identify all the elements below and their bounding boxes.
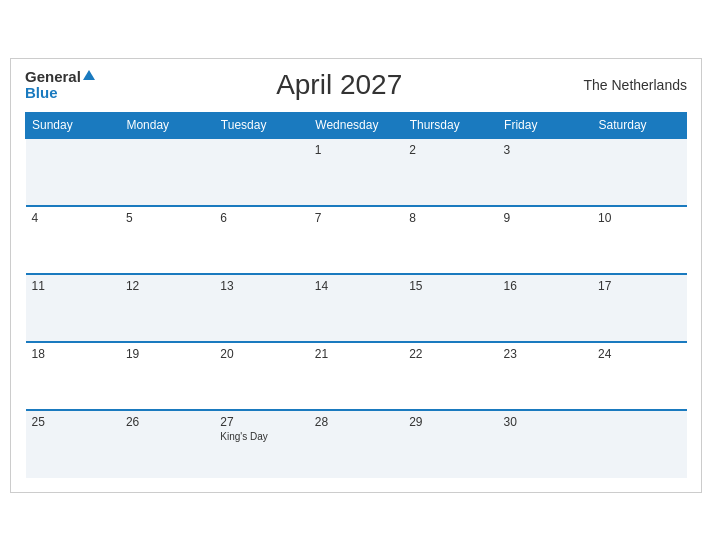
- calendar-cell: [592, 410, 686, 478]
- calendar-cell: 26: [120, 410, 214, 478]
- weekday-header-sunday: Sunday: [26, 112, 120, 138]
- day-number: 3: [504, 143, 586, 157]
- day-number: 17: [598, 279, 680, 293]
- day-number: 2: [409, 143, 491, 157]
- country-label: The Netherlands: [583, 77, 687, 93]
- calendar-cell: 30: [498, 410, 592, 478]
- day-number: 16: [504, 279, 586, 293]
- day-number: 22: [409, 347, 491, 361]
- weekday-header-monday: Monday: [120, 112, 214, 138]
- calendar-cell: 25: [26, 410, 120, 478]
- calendar-cell: 28: [309, 410, 403, 478]
- calendar-cell: 14: [309, 274, 403, 342]
- calendar-cell: 17: [592, 274, 686, 342]
- day-number: 11: [32, 279, 114, 293]
- holiday-label: King's Day: [220, 431, 302, 442]
- day-number: 13: [220, 279, 302, 293]
- calendar-cell: 1: [309, 138, 403, 206]
- calendar-week-row: 18192021222324: [26, 342, 687, 410]
- calendar-week-row: 11121314151617: [26, 274, 687, 342]
- calendar-cell: [120, 138, 214, 206]
- day-number: 15: [409, 279, 491, 293]
- weekday-header-wednesday: Wednesday: [309, 112, 403, 138]
- calendar-grid: SundayMondayTuesdayWednesdayThursdayFrid…: [25, 112, 687, 478]
- day-number: 14: [315, 279, 397, 293]
- calendar-cell: 6: [214, 206, 308, 274]
- day-number: 23: [504, 347, 586, 361]
- day-number: 30: [504, 415, 586, 429]
- calendar-cell: 24: [592, 342, 686, 410]
- day-number: 28: [315, 415, 397, 429]
- day-number: 7: [315, 211, 397, 225]
- calendar-week-row: 45678910: [26, 206, 687, 274]
- calendar-week-row: 123: [26, 138, 687, 206]
- calendar-cell: 22: [403, 342, 497, 410]
- weekday-header-tuesday: Tuesday: [214, 112, 308, 138]
- weekday-header-saturday: Saturday: [592, 112, 686, 138]
- day-number: 20: [220, 347, 302, 361]
- logo-general-text: General: [25, 69, 81, 86]
- calendar-cell: 7: [309, 206, 403, 274]
- day-number: 4: [32, 211, 114, 225]
- calendar-cell: 5: [120, 206, 214, 274]
- calendar-week-row: 252627King's Day282930: [26, 410, 687, 478]
- day-number: 18: [32, 347, 114, 361]
- calendar-cell: [26, 138, 120, 206]
- day-number: 21: [315, 347, 397, 361]
- weekday-header-row: SundayMondayTuesdayWednesdayThursdayFrid…: [26, 112, 687, 138]
- day-number: 29: [409, 415, 491, 429]
- day-number: 10: [598, 211, 680, 225]
- calendar-cell: 23: [498, 342, 592, 410]
- calendar-cell: 27King's Day: [214, 410, 308, 478]
- calendar-cell: 12: [120, 274, 214, 342]
- day-number: 1: [315, 143, 397, 157]
- calendar-cell: 18: [26, 342, 120, 410]
- calendar-cell: [214, 138, 308, 206]
- day-number: 25: [32, 415, 114, 429]
- logo-triangle-icon: [83, 70, 95, 80]
- calendar-cell: [592, 138, 686, 206]
- day-number: 5: [126, 211, 208, 225]
- calendar-cell: 29: [403, 410, 497, 478]
- calendar-cell: 10: [592, 206, 686, 274]
- day-number: 27: [220, 415, 302, 429]
- day-number: 26: [126, 415, 208, 429]
- logo-area: General Blue: [25, 69, 95, 102]
- calendar-container: General Blue April 2027 The Netherlands …: [10, 58, 702, 493]
- calendar-cell: 2: [403, 138, 497, 206]
- day-number: 24: [598, 347, 680, 361]
- weekday-header-friday: Friday: [498, 112, 592, 138]
- calendar-cell: 4: [26, 206, 120, 274]
- calendar-cell: 3: [498, 138, 592, 206]
- logo-blue-text: Blue: [25, 85, 58, 102]
- day-number: 9: [504, 211, 586, 225]
- calendar-cell: 21: [309, 342, 403, 410]
- day-number: 19: [126, 347, 208, 361]
- day-number: 12: [126, 279, 208, 293]
- calendar-cell: 9: [498, 206, 592, 274]
- day-number: 6: [220, 211, 302, 225]
- calendar-cell: 15: [403, 274, 497, 342]
- calendar-cell: 11: [26, 274, 120, 342]
- calendar-cell: 13: [214, 274, 308, 342]
- calendar-cell: 19: [120, 342, 214, 410]
- calendar-cell: 20: [214, 342, 308, 410]
- day-number: 8: [409, 211, 491, 225]
- calendar-cell: 16: [498, 274, 592, 342]
- calendar-cell: 8: [403, 206, 497, 274]
- calendar-header: General Blue April 2027 The Netherlands: [25, 69, 687, 102]
- weekday-header-thursday: Thursday: [403, 112, 497, 138]
- month-title: April 2027: [276, 69, 402, 101]
